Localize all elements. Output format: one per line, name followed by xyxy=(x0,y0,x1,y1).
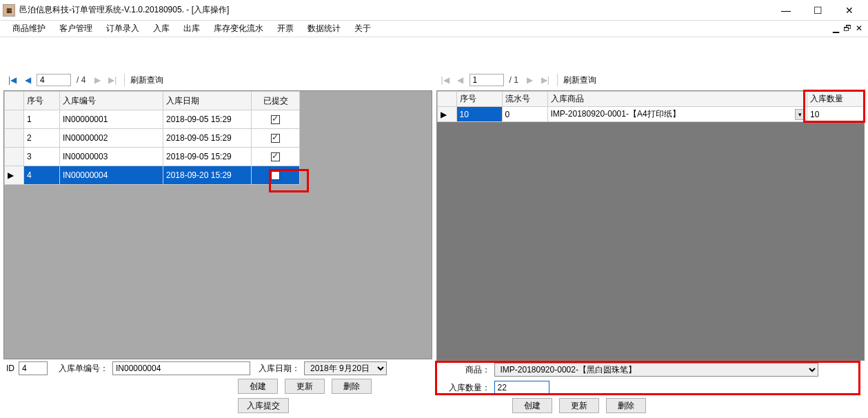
right-create-button[interactable]: 创建 xyxy=(512,398,552,413)
menu-order-entry[interactable]: 订单录入 xyxy=(99,23,146,34)
rcol-seq[interactable]: 序号 xyxy=(456,92,502,107)
row-indicator-icon: ▶ xyxy=(5,166,24,185)
mdi-close-icon[interactable]: ✕ xyxy=(856,23,862,33)
dropdown-arrow-icon[interactable]: ▾ xyxy=(795,109,805,120)
rcol-flow[interactable]: 流水号 xyxy=(502,92,547,107)
left-submit-button[interactable]: 入库提交 xyxy=(238,398,289,413)
menu-about[interactable]: 关于 xyxy=(347,23,378,34)
rcol-qty[interactable]: 入库数量 xyxy=(807,92,864,107)
menu-product[interactable]: 商品维护 xyxy=(6,23,52,34)
nav-prev-icon[interactable]: ◀ xyxy=(21,74,34,86)
cell-submitted[interactable] xyxy=(252,110,300,129)
left-create-button[interactable]: 创建 xyxy=(238,379,278,394)
left-update-button[interactable]: 更新 xyxy=(285,379,325,394)
app-icon: ▦ xyxy=(3,4,15,17)
nav-total: / 4 xyxy=(74,75,88,85)
nav-first-icon[interactable]: |◀ xyxy=(6,74,19,86)
menu-inbound[interactable]: 入库 xyxy=(146,23,176,34)
table-row[interactable]: ▶4IN000000042018-09-20 15:29 xyxy=(5,166,300,185)
row-indicator-icon xyxy=(5,110,24,129)
date-label: 入库日期： xyxy=(259,363,300,375)
right-grid[interactable]: 序号 流水号 入库商品 入库数量 ▶ 10 0 IMP-20180920-000… xyxy=(437,91,865,122)
minimize-button[interactable]: — xyxy=(770,1,802,20)
nav-page-input[interactable] xyxy=(37,74,71,86)
cell-code[interactable]: IN00000002 xyxy=(60,129,163,148)
row-indicator-icon xyxy=(5,129,24,148)
cell-submitted[interactable] xyxy=(252,148,300,166)
menu-invoice[interactable]: 开票 xyxy=(270,23,301,34)
left-panel: |◀ ◀ / 4 ▶ ▶| 刷新查询 序号 入库编号 入库日期 已提交 1IN0… xyxy=(3,40,433,415)
row-indicator-icon xyxy=(5,148,24,166)
right-update-button[interactable]: 更新 xyxy=(559,398,599,413)
left-grid[interactable]: 序号 入库编号 入库日期 已提交 1IN000000012018-09-05 1… xyxy=(4,91,300,185)
cell-product[interactable]: IMP-20180920-0001-【A4打印纸】▾ xyxy=(547,107,807,122)
nav-last-icon[interactable]: ▶| xyxy=(539,74,552,86)
row-header-blank xyxy=(5,92,24,110)
cell-date[interactable]: 2018-09-05 15:29 xyxy=(163,148,252,166)
rcol-product[interactable]: 入库商品 xyxy=(547,92,807,107)
cell-date[interactable]: 2018-09-20 15:29 xyxy=(163,166,252,185)
checkbox-icon[interactable] xyxy=(271,134,280,143)
nav-total: / 1 xyxy=(507,75,521,85)
nav-next-icon[interactable]: ▶ xyxy=(524,74,536,86)
cell-code[interactable]: IN00000003 xyxy=(60,148,163,166)
nav-page-input[interactable] xyxy=(470,74,504,86)
col-seq[interactable]: 序号 xyxy=(24,92,60,110)
cell-code[interactable]: IN00000001 xyxy=(60,110,163,129)
table-row[interactable]: 2IN000000022018-09-05 15:29 xyxy=(5,129,300,148)
cell-seq[interactable]: 10 xyxy=(456,107,502,122)
mdi-restore-icon[interactable]: 🗗 xyxy=(843,23,851,33)
right-delete-button[interactable]: 删除 xyxy=(606,398,646,413)
id-label: ID xyxy=(6,364,14,373)
cell-flow[interactable]: 0 xyxy=(502,107,547,122)
right-grid-area: 序号 流水号 入库商品 入库数量 ▶ 10 0 IMP-20180920-000… xyxy=(436,90,865,361)
left-delete-button[interactable]: 删除 xyxy=(332,379,372,394)
row-header-blank xyxy=(437,92,456,107)
nav-prev-icon[interactable]: ◀ xyxy=(454,74,467,86)
qty-input[interactable] xyxy=(494,381,549,395)
right-form-row2: 入库数量： xyxy=(436,379,865,397)
cell-date[interactable]: 2018-09-05 15:29 xyxy=(163,129,252,148)
table-row[interactable]: 3IN000000032018-09-05 15:29 xyxy=(5,148,300,166)
cell-date[interactable]: 2018-09-05 15:29 xyxy=(163,110,252,129)
id-input[interactable] xyxy=(19,361,48,375)
close-button[interactable]: ✕ xyxy=(834,1,865,20)
checkbox-icon[interactable] xyxy=(271,115,280,124)
col-date[interactable]: 入库日期 xyxy=(163,92,252,110)
menu-stats[interactable]: 数据统计 xyxy=(301,23,347,34)
cell-seq[interactable]: 4 xyxy=(24,166,60,185)
code-input[interactable] xyxy=(112,361,250,375)
cell-submitted[interactable] xyxy=(252,166,300,185)
checkbox-icon[interactable] xyxy=(271,171,280,180)
mdi-minimize-icon[interactable]: ▁ xyxy=(833,23,839,33)
right-panel: |◀ ◀ / 1 ▶ ▶| 刷新查询 序号 流水号 入库商品 入库数量 ▶ 10 xyxy=(436,40,866,415)
maximize-button[interactable]: ☐ xyxy=(802,1,834,20)
titlebar: ▦ 邑泊信息科技-订单管理系统-V.1.0.20180905. - [入库操作]… xyxy=(0,0,868,21)
table-row[interactable]: 1IN000000012018-09-05 15:29 xyxy=(5,110,300,129)
cell-qty[interactable]: 10 xyxy=(807,107,864,122)
nav-refresh-button[interactable]: 刷新查询 xyxy=(563,74,596,86)
product-label: 商品： xyxy=(465,364,490,376)
nav-next-icon[interactable]: ▶ xyxy=(91,74,103,86)
right-navigator: |◀ ◀ / 1 ▶ ▶| 刷新查询 xyxy=(436,71,865,89)
cell-seq[interactable]: 1 xyxy=(24,110,60,129)
nav-first-icon[interactable]: |◀ xyxy=(439,74,452,86)
col-code[interactable]: 入库编号 xyxy=(60,92,163,110)
cell-seq[interactable]: 2 xyxy=(24,129,60,148)
date-select[interactable]: 2018年 9月20日 xyxy=(304,361,387,375)
cell-seq[interactable]: 3 xyxy=(24,148,60,166)
code-label: 入库单编号： xyxy=(59,363,108,375)
table-row[interactable]: ▶ 10 0 IMP-20180920-0001-【A4打印纸】▾ 10 xyxy=(437,107,864,122)
left-navigator: |◀ ◀ / 4 ▶ ▶| 刷新查询 xyxy=(3,71,432,89)
window-title: 邑泊信息科技-订单管理系统-V.1.0.20180905. - [入库操作] xyxy=(19,4,770,16)
col-submitted[interactable]: 已提交 xyxy=(252,92,300,110)
product-select[interactable]: IMP-20180920-0002-【黑白圆珠笔】 xyxy=(494,363,818,377)
checkbox-icon[interactable] xyxy=(271,152,280,161)
cell-code[interactable]: IN00000004 xyxy=(60,166,163,185)
nav-last-icon[interactable]: ▶| xyxy=(106,74,119,86)
menu-customer[interactable]: 客户管理 xyxy=(52,23,99,34)
menu-outbound[interactable]: 出库 xyxy=(176,23,207,34)
cell-submitted[interactable] xyxy=(252,129,300,148)
nav-refresh-button[interactable]: 刷新查询 xyxy=(130,74,163,86)
menu-inventory-log[interactable]: 库存变化流水 xyxy=(207,23,270,34)
